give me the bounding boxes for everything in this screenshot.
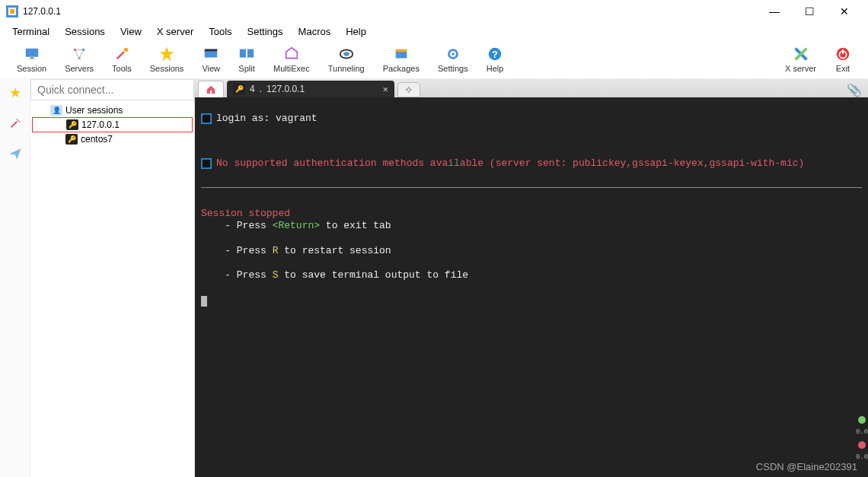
paperclip-icon[interactable]: 📎 <box>847 83 862 97</box>
cursor <box>201 296 207 307</box>
network-icon <box>71 46 88 62</box>
menu-tools[interactable]: Tools <box>201 26 239 37</box>
tab-index: 4 <box>250 84 255 94</box>
help-icon: ? <box>487 46 503 62</box>
key-icon: 🔑 <box>66 119 78 130</box>
menu-view[interactable]: View <box>113 26 149 37</box>
multiexec-icon <box>283 46 300 62</box>
tab-label: 127.0.0.1 <box>266 84 305 94</box>
login-prompt: login as: <box>216 113 276 124</box>
tool-settings[interactable]: Settings <box>429 46 477 73</box>
indicator-value-1: 0.0 <box>856 428 868 437</box>
svg-rect-15 <box>395 51 407 58</box>
svg-text:?: ? <box>492 48 498 59</box>
key-icon: 🔑 <box>233 84 245 94</box>
session-tree: 👤 User sessions 🔑 127.0.0.1 🔑 centos7 <box>30 100 194 149</box>
tab-new[interactable]: ✧ <box>397 82 420 97</box>
tabbar: 🔑 4. 127.0.0.1 × ✧ 📎 <box>195 79 868 97</box>
tool-split[interactable]: Split <box>229 46 264 73</box>
tool-session[interactable]: Session <box>8 46 56 73</box>
tab-home[interactable] <box>198 81 224 97</box>
window-controls: — ☐ ✕ <box>757 0 862 23</box>
svg-point-14 <box>343 52 349 56</box>
maximize-button[interactable]: ☐ <box>792 0 827 23</box>
tool-exit[interactable]: Exit <box>825 46 860 73</box>
window-title: 127.0.0.1 <box>23 6 61 17</box>
tunnel-icon <box>338 46 355 62</box>
tool-view[interactable]: View <box>193 46 229 73</box>
svg-rect-11 <box>240 49 246 57</box>
tool-tunneling[interactable]: Tunneling <box>319 46 374 73</box>
tool-multiexec[interactable]: MultiExec <box>264 46 319 73</box>
tool-tools[interactable]: Tools <box>103 46 141 73</box>
svg-rect-16 <box>395 49 407 52</box>
gear-icon <box>445 46 461 62</box>
session-item-centos7[interactable]: 🔑 centos7 <box>32 132 193 146</box>
menu-settings[interactable]: Settings <box>240 26 291 37</box>
menu-help[interactable]: Help <box>338 26 374 37</box>
tab-close-icon[interactable]: × <box>382 84 388 95</box>
main-area: ★ 👤 User sessions 🔑 127.0.0.1 🔑 centos7 <box>0 79 868 477</box>
session-label: centos7 <box>81 134 113 145</box>
menu-macros[interactable]: Macros <box>291 26 339 37</box>
terminal-output[interactable]: login as: vagrant No supported authentic… <box>195 97 868 477</box>
menu-xserver[interactable]: X server <box>149 26 201 37</box>
menu-sessions[interactable]: Sessions <box>57 26 113 37</box>
quick-connect-input[interactable] <box>30 79 194 100</box>
app-icon <box>6 5 18 17</box>
strip-star-icon[interactable]: ★ <box>6 84 24 102</box>
auth-error: No supported authentication methods avai… <box>216 157 804 170</box>
view-icon <box>203 46 219 62</box>
sidebar: ★ 👤 User sessions 🔑 127.0.0.1 🔑 centos7 <box>0 79 195 477</box>
indicator-value-2: 0.0 <box>856 453 868 462</box>
monitor-icon <box>24 46 40 62</box>
tool-packages[interactable]: Packages <box>374 46 429 73</box>
power-icon <box>834 46 851 62</box>
key-icon: 🔑 <box>65 134 78 145</box>
strip-send-icon[interactable] <box>6 145 24 163</box>
login-user: vagrant <box>276 113 318 124</box>
svg-rect-24 <box>210 91 212 94</box>
terminal-divider <box>201 187 862 188</box>
split-icon <box>238 46 255 62</box>
sidebar-strip: ★ <box>0 79 30 477</box>
session-stopped: Session stopped <box>201 208 290 219</box>
close-button[interactable]: ✕ <box>827 0 862 23</box>
indicator-dot-green <box>858 416 866 424</box>
svg-rect-26 <box>203 115 211 123</box>
svg-rect-3 <box>25 48 38 56</box>
svg-rect-2 <box>10 9 14 14</box>
tree-root-label: User sessions <box>65 105 123 116</box>
indicator-dot-red <box>858 441 866 449</box>
session-item-127001[interactable]: 🔑 127.0.0.1 <box>32 117 193 132</box>
terminal-panel: 🔑 4. 127.0.0.1 × ✧ 📎 login as: vagrant N… <box>195 79 868 477</box>
star-icon <box>158 46 175 62</box>
tool-help[interactable]: ?Help <box>477 46 513 73</box>
strip-tools-icon[interactable] <box>6 114 24 132</box>
svg-point-18 <box>452 52 455 56</box>
sidebar-body: 👤 User sessions 🔑 127.0.0.1 🔑 centos7 <box>30 79 194 477</box>
user-sessions-icon: 👤 <box>50 105 62 116</box>
menu-terminal[interactable]: Terminal <box>5 26 57 37</box>
tools-icon <box>113 46 130 62</box>
minimize-button[interactable]: — <box>757 0 792 23</box>
session-label: 127.0.0.1 <box>81 119 120 130</box>
watermark: CSDN @Elaine202391 <box>756 461 857 472</box>
menubar: Terminal Sessions View X server Tools Se… <box>0 23 868 40</box>
packages-icon <box>393 46 410 62</box>
right-indicator-strip: 0.0 0.0 <box>856 97 868 477</box>
xserver-icon <box>793 46 809 62</box>
terminal-icon <box>201 158 212 169</box>
svg-rect-12 <box>247 49 254 57</box>
tab-active[interactable]: 🔑 4. 127.0.0.1 × <box>227 81 394 97</box>
titlebar: 127.0.0.1 — ☐ ✕ <box>0 0 868 23</box>
tree-root[interactable]: 👤 User sessions <box>32 103 193 117</box>
tool-servers[interactable]: Servers <box>56 46 103 73</box>
toolbar: Session Servers Tools Sessions View Spli… <box>0 40 868 79</box>
svg-rect-28 <box>203 160 211 168</box>
home-icon <box>206 84 216 95</box>
svg-rect-10 <box>205 49 218 51</box>
tool-xserver[interactable]: X server <box>776 46 825 73</box>
svg-rect-4 <box>30 57 34 59</box>
tool-sessions[interactable]: Sessions <box>141 46 193 73</box>
